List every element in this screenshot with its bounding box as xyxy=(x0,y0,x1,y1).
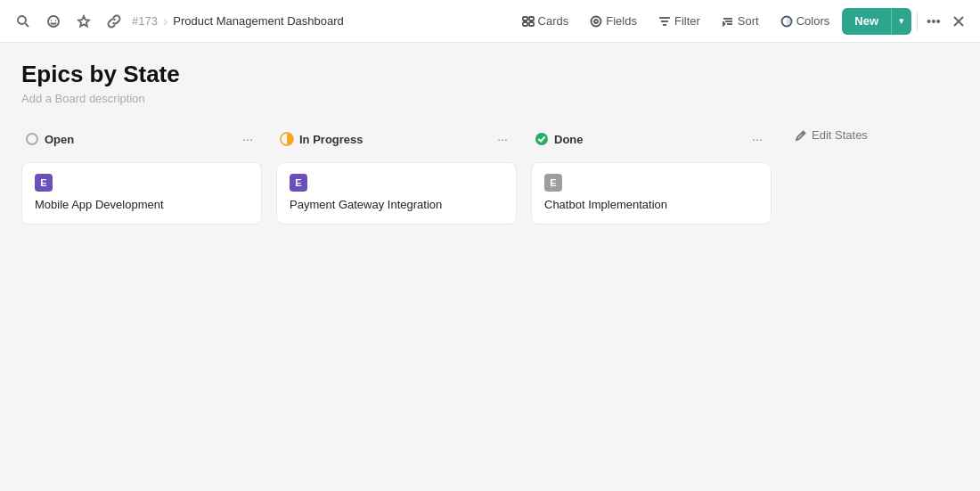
state-inprogress-icon xyxy=(280,132,294,146)
card-inprogress-1-top: E xyxy=(290,174,503,192)
svg-line-24 xyxy=(802,133,804,135)
edit-icon xyxy=(795,129,807,142)
main-content: Epics by State Add a Board description O… xyxy=(0,43,980,250)
star-icon[interactable] xyxy=(71,9,96,34)
divider xyxy=(917,12,918,30)
emoji-icon[interactable] xyxy=(41,9,66,34)
svg-rect-6 xyxy=(523,17,527,20)
card-open-1[interactable]: E Mobile App Development xyxy=(21,162,262,225)
svg-point-3 xyxy=(51,20,53,21)
column-open-more-button[interactable]: ··· xyxy=(237,128,258,150)
link-icon[interactable] xyxy=(102,9,127,34)
svg-rect-7 xyxy=(529,17,534,20)
edit-states-button[interactable]: Edit States xyxy=(786,123,877,147)
new-dropdown-button[interactable]: ▾ xyxy=(891,8,911,35)
column-inprogress: In Progress ··· E Payment Gateway Integr… xyxy=(276,123,517,232)
board: Open ··· E Mobile App Development xyxy=(21,123,959,232)
card-inprogress-1[interactable]: E Payment Gateway Integration xyxy=(276,162,517,225)
column-header-open: Open ··· xyxy=(21,123,262,155)
fields-button[interactable]: Fields xyxy=(581,10,646,32)
edit-states-section: Edit States xyxy=(786,123,877,147)
column-open-title: Open xyxy=(45,133,232,146)
svg-marker-5 xyxy=(78,16,89,27)
column-done-more-button[interactable]: ··· xyxy=(747,128,768,150)
column-done: Done ··· E Chatbot Implementation xyxy=(531,123,772,232)
filter-button[interactable]: Filter xyxy=(649,10,709,32)
svg-point-10 xyxy=(592,16,601,26)
svg-point-0 xyxy=(18,16,26,24)
svg-point-4 xyxy=(55,20,57,21)
more-options-icon[interactable]: ••• xyxy=(923,11,944,32)
search-icon[interactable] xyxy=(11,9,36,34)
column-inprogress-more-button[interactable]: ··· xyxy=(492,128,513,150)
column-header-inprogress: In Progress ··· xyxy=(276,123,517,155)
breadcrumb: #173 › Product Management Dashboard xyxy=(132,13,508,29)
card-done-1[interactable]: E Chatbot Implementation xyxy=(531,162,772,225)
card-done-1-title: Chatbot Implementation xyxy=(544,197,758,213)
svg-line-1 xyxy=(26,23,29,27)
issue-ref: #173 xyxy=(132,14,158,28)
state-open-icon xyxy=(25,132,39,146)
topbar: #173 › Product Management Dashboard Card… xyxy=(0,0,980,43)
card-open-1-avatar: E xyxy=(35,174,53,192)
sort-icon xyxy=(722,15,734,28)
card-inprogress-1-avatar: E xyxy=(290,174,307,192)
filter-icon xyxy=(658,15,671,28)
card-open-1-top: E xyxy=(35,174,249,192)
breadcrumb-title: Product Management Dashboard xyxy=(173,14,344,28)
card-inprogress-1-title: Payment Gateway Integration xyxy=(290,197,503,213)
close-icon[interactable] xyxy=(948,11,969,32)
cards-icon xyxy=(522,15,535,28)
sort-button[interactable]: Sort xyxy=(713,10,768,32)
svg-point-11 xyxy=(594,20,598,23)
card-done-1-top: E xyxy=(544,174,758,192)
column-header-done: Done ··· xyxy=(531,123,772,155)
column-done-title: Done xyxy=(554,133,741,146)
svg-rect-9 xyxy=(529,22,534,26)
state-done-icon xyxy=(535,132,549,146)
new-button-group: New ▾ xyxy=(842,8,911,35)
page-description[interactable]: Add a Board description xyxy=(21,92,959,105)
svg-point-2 xyxy=(48,16,59,27)
card-done-1-avatar: E xyxy=(544,174,562,192)
topbar-right: Cards Fields Filter Sort xyxy=(513,8,969,35)
svg-rect-8 xyxy=(523,22,527,26)
fields-icon xyxy=(590,15,602,28)
cards-button[interactable]: Cards xyxy=(513,10,578,32)
column-open: Open ··· E Mobile App Development xyxy=(21,123,262,232)
card-open-1-title: Mobile App Development xyxy=(35,197,249,213)
column-inprogress-title: In Progress xyxy=(299,133,486,146)
colors-icon xyxy=(780,15,793,28)
colors-button[interactable]: Colors xyxy=(772,10,839,32)
new-button[interactable]: New xyxy=(842,8,891,35)
page-heading: Epics by State xyxy=(21,61,959,88)
